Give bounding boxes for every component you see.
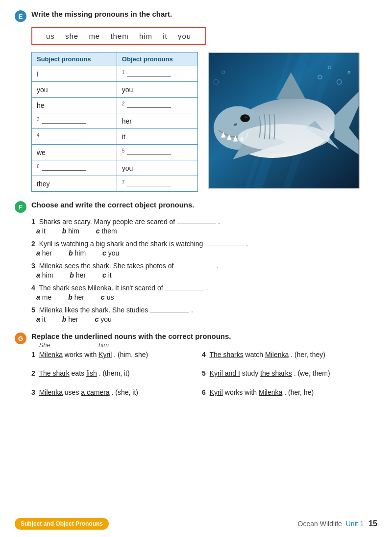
question-4: 4 The shark sees Milenka. It isn't scare… — [31, 284, 372, 301]
col-subject: Subject pronouns — [32, 52, 117, 66]
subject-i: I — [32, 66, 117, 82]
svg-point-13 — [245, 116, 247, 118]
shark-image — [208, 52, 360, 189]
svg-point-18 — [238, 124, 329, 151]
blank-1 — [177, 224, 216, 224]
g-item-6: 6 Kyril works with Milenka . (her, he) — [202, 387, 372, 398]
footer-page: 15 — [368, 519, 377, 528]
section-g-instruction: Replace the underlined nouns with the co… — [31, 332, 231, 340]
word-you: you — [178, 32, 191, 40]
section-g-questions: 1 She Milenka works with him Kyril . (hi… — [31, 349, 372, 398]
table-row: they 7 — [32, 176, 198, 192]
table-row: he 2 — [32, 98, 198, 113]
object-it: it — [117, 129, 197, 145]
section-g: G Replace the underlined nouns with the … — [15, 332, 372, 398]
g-row-3: 3 Milenka uses a camera . (she, it) 6 Ky… — [31, 387, 372, 398]
answer-him: him Kyril — [98, 349, 112, 360]
section-f-label: F — [15, 201, 26, 213]
object-her: her — [117, 113, 197, 129]
choices-1: ait bhim cthem — [36, 227, 372, 235]
choices-3: ahim bher cit — [36, 271, 372, 279]
word-it: it — [163, 32, 168, 40]
choices-4: ame bher cus — [36, 293, 372, 301]
subject-he: he — [32, 98, 117, 113]
g-item-2: 2 The shark eats fish . (them, it) — [31, 368, 202, 379]
footer: Subject and Object Pronouns Ocean Wildli… — [0, 518, 392, 530]
question-3: 3 Milenka sees the shark. She takes phot… — [31, 262, 372, 279]
g-row-1: 1 She Milenka works with him Kyril . (hi… — [31, 349, 372, 360]
table-row: we 5 — [32, 145, 198, 160]
section-g-label: G — [15, 332, 26, 344]
svg-point-12 — [240, 114, 250, 122]
section-e: E Write the missing pronouns in the char… — [15, 10, 372, 192]
table-row: I 1 — [32, 66, 198, 82]
footer-right: Ocean Wildlife Unit 1 15 — [298, 519, 377, 528]
section-e-instruction: Write the missing pronouns in the chart. — [31, 10, 172, 18]
word-she: she — [65, 32, 78, 40]
footer-label: Subject and Object Pronouns — [15, 518, 109, 530]
question-1: 1 Sharks are scary. Many people are scar… — [31, 218, 372, 235]
question-2: 2 Kyril is watching a big shark and the … — [31, 240, 372, 257]
table-row: 4 it — [32, 129, 198, 145]
section-f-questions: 1 Sharks are scary. Many people are scar… — [31, 218, 372, 323]
word-them: them — [110, 32, 128, 40]
question-5-text: 5 Milenka likes the shark. She studies . — [31, 306, 372, 314]
answer-she: She Milenka — [39, 349, 63, 360]
subject-4: 4 — [32, 129, 117, 145]
g-item-5: 5 Kyril and I study the sharks . (we, th… — [202, 368, 372, 379]
object-2: 2 — [117, 98, 197, 113]
object-1: 1 — [117, 66, 197, 82]
section-e-header: E Write the missing pronouns in the char… — [15, 10, 372, 22]
table-row: 6 you — [32, 160, 198, 176]
word-me: me — [89, 32, 100, 40]
subject-3: 3 — [32, 113, 117, 129]
col-object: Object pronouns — [117, 52, 197, 66]
blank-5 — [150, 312, 189, 312]
section-f-instruction: Choose and write the correct object pron… — [31, 201, 195, 209]
choices-2: aher bhim cyou — [36, 249, 372, 257]
blank-3 — [175, 268, 215, 268]
question-4-text: 4 The shark sees Milenka. It isn't scare… — [31, 284, 372, 292]
table-shark-container: Subject pronouns Object pronouns I 1 you… — [31, 52, 372, 192]
word-him: him — [139, 32, 152, 40]
subject-they: they — [32, 176, 117, 192]
section-f-header: F Choose and write the correct object pr… — [15, 201, 372, 213]
object-you: you — [117, 82, 197, 98]
section-g-header: G Replace the underlined nouns with the … — [15, 332, 372, 344]
subject-we: we — [32, 145, 117, 160]
blank-2 — [205, 246, 244, 246]
object-5: 5 — [117, 145, 197, 160]
choices-5: ait bher cyou — [36, 315, 372, 323]
pronoun-table: Subject pronouns Object pronouns I 1 you… — [31, 52, 198, 192]
object-you2: you — [117, 160, 197, 176]
footer-book-title: Ocean Wildlife — [298, 520, 342, 528]
question-5: 5 Milenka likes the shark. She studies .… — [31, 306, 372, 323]
g-item-1: 1 She Milenka works with him Kyril . (hi… — [31, 349, 202, 360]
question-2-text: 2 Kyril is watching a big shark and the … — [31, 240, 372, 248]
word-us: us — [46, 32, 55, 40]
g-item-4: 4 The sharks watch Milenka . (her, they) — [202, 349, 372, 360]
subject-6: 6 — [32, 160, 117, 176]
question-3-text: 3 Milenka sees the shark. She takes phot… — [31, 262, 372, 270]
footer-unit: Unit 1 — [346, 520, 364, 528]
blank-4 — [165, 290, 204, 290]
g-item-3: 3 Milenka uses a camera . (she, it) — [31, 387, 202, 398]
table-row: you you — [32, 82, 198, 98]
section-e-label: E — [15, 10, 26, 22]
question-1-text: 1 Sharks are scary. Many people are scar… — [31, 218, 372, 226]
object-7: 7 — [117, 176, 197, 192]
table-row: 3 her — [32, 113, 198, 129]
g-row-2: 2 The shark eats fish . (them, it) 5 Kyr… — [31, 368, 372, 379]
section-f: F Choose and write the correct object pr… — [15, 201, 372, 323]
subject-you: you — [32, 82, 117, 98]
word-box: us she me them him it you — [31, 27, 206, 45]
